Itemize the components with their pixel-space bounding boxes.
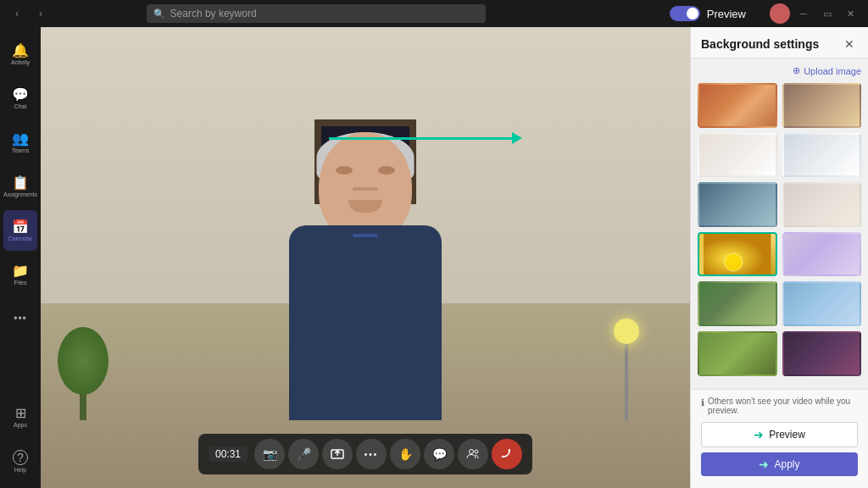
search-bar[interactable]: 🔍 Search by keyword: [147, 4, 486, 23]
video-person: [247, 132, 484, 420]
svg-point-2: [475, 450, 478, 453]
sidebar-item-assignments[interactable]: 📋 Assignments: [3, 166, 37, 207]
bg-thumb-10[interactable]: [782, 281, 862, 326]
upload-icon: ⊕: [793, 65, 800, 76]
info-icon: ℹ: [701, 397, 704, 408]
bg-thumb-6[interactable]: [782, 182, 862, 227]
sidebar-label-activity: Activity: [11, 59, 30, 65]
sidebar-item-files[interactable]: 📁 Files: [3, 254, 37, 295]
more-icon: •••: [364, 450, 379, 459]
preview-button[interactable]: ➜ Preview: [701, 422, 858, 447]
nav-back-button[interactable]: ‹: [7, 3, 27, 24]
chat-icon: 💬: [12, 88, 29, 102]
sidebar-label-chat: Chat: [14, 103, 27, 109]
sidebar-label-teams: Teams: [12, 147, 30, 153]
sidebar-bottom: ⊞ Apps ? Help: [3, 396, 37, 488]
mic-toggle-button[interactable]: 🎤: [288, 439, 319, 469]
bg-thumb-1[interactable]: [698, 83, 777, 128]
calendar-icon: 📅: [12, 220, 29, 234]
upload-row: ⊕ Upload image: [698, 65, 861, 76]
bg-thumb-5[interactable]: [698, 182, 777, 227]
participants-button[interactable]: [458, 439, 488, 469]
bg-thumb-3[interactable]: [698, 133, 777, 178]
sidebar-item-calendar[interactable]: 📅 Calendar: [3, 210, 37, 251]
bg-thumb-inner-4: [784, 135, 860, 176]
bg-thumb-svg-7: [699, 234, 776, 275]
main-content: 🔔 Activity 💬 Chat 👥 Teams 📋 Assignments …: [0, 27, 868, 488]
call-timer: 00:31: [209, 446, 248, 462]
sidebar-item-apps[interactable]: ⊞ Apps: [3, 396, 37, 437]
svg-point-4: [725, 253, 743, 271]
bg-thumb-11[interactable]: [698, 331, 777, 376]
upload-label: Upload image: [804, 66, 861, 76]
raise-hand-button[interactable]: ✋: [390, 439, 420, 469]
video-toggle-button[interactable]: 📷: [254, 439, 285, 469]
files-icon: 📁: [12, 264, 29, 278]
participants-icon: [466, 447, 480, 461]
share-icon: [331, 447, 344, 461]
nav-buttons: ‹ ›: [7, 3, 51, 24]
panel-footer: ℹ Others won't see your video while you …: [691, 389, 868, 488]
arrow-annotation: [329, 137, 515, 140]
end-call-button[interactable]: [492, 439, 522, 469]
bg-thumb-8[interactable]: [782, 232, 862, 277]
share-screen-button[interactable]: [322, 439, 353, 469]
sidebar-item-teams[interactable]: 👥 Teams: [3, 122, 37, 163]
apply-button[interactable]: ➜ Apply: [701, 452, 858, 476]
preview-button-label: Preview: [769, 429, 805, 441]
room-lamp: [614, 319, 639, 420]
help-icon: ?: [13, 450, 28, 465]
minimize-button[interactable]: ─: [793, 3, 814, 24]
nav-forward-button[interactable]: ›: [31, 3, 51, 24]
bg-thumb-9[interactable]: [698, 281, 777, 326]
end-call-icon: [499, 446, 515, 462]
close-window-button[interactable]: ✕: [841, 3, 861, 24]
activity-icon: 🔔: [12, 44, 29, 58]
background-grid: [698, 83, 861, 376]
preview-toggle-switch[interactable]: [670, 6, 700, 21]
panel-close-button[interactable]: ✕: [841, 36, 858, 53]
restore-button[interactable]: ▭: [817, 3, 837, 24]
window-controls: ─ ▭ ✕: [763, 3, 861, 24]
bg-thumb-inner-8: [784, 234, 860, 275]
sidebar-label-apps: Apps: [14, 422, 27, 428]
search-placeholder: Search by keyword: [170, 8, 257, 19]
panel-title: Background settings: [701, 37, 819, 51]
bg-thumb-inner-3: [699, 135, 776, 176]
background-settings-panel: Background settings ✕ ⊕ Upload image: [690, 27, 868, 488]
bg-thumb-inner-5: [699, 184, 776, 225]
sidebar-item-chat[interactable]: 💬 Chat: [3, 78, 37, 119]
preview-toggle-area: Preview: [670, 6, 746, 21]
preview-arrow-icon: ➜: [754, 428, 764, 441]
sidebar-label-help: Help: [14, 467, 26, 473]
apply-arrow-icon: ➜: [759, 458, 769, 471]
bg-thumb-12[interactable]: [782, 331, 862, 376]
upload-image-button[interactable]: ⊕ Upload image: [793, 65, 861, 76]
sidebar-item-help[interactable]: ? Help: [3, 441, 37, 481]
sidebar-item-activity[interactable]: 🔔 Activity: [3, 34, 37, 75]
bg-thumb-2[interactable]: [782, 83, 862, 128]
search-icon: 🔍: [153, 8, 165, 19]
chat-button[interactable]: 💬: [424, 439, 454, 469]
sidebar-label-files: Files: [14, 280, 27, 286]
bg-thumb-inner-1: [699, 85, 776, 126]
sidebar-label-calendar: Calendar: [8, 236, 32, 241]
more-options-button[interactable]: •••: [356, 439, 387, 469]
apps-icon: ⊞: [15, 407, 26, 420]
sidebar-item-more[interactable]: •••: [3, 298, 37, 339]
user-avatar[interactable]: [770, 3, 790, 24]
call-control-bar: 00:31 📷 🎤 ••• ✋ 💬: [198, 434, 532, 474]
sidebar: 🔔 Activity 💬 Chat 👥 Teams 📋 Assignments …: [0, 27, 41, 488]
person-body: [289, 225, 442, 420]
panel-body: ⊕ Upload image: [691, 58, 868, 389]
bg-thumb-inner-6: [784, 184, 860, 225]
bg-thumb-7[interactable]: [698, 232, 777, 277]
bg-thumb-4[interactable]: [782, 133, 862, 178]
teams-icon: 👥: [12, 132, 29, 146]
bg-thumb-inner-12: [784, 333, 860, 374]
bg-thumb-inner-7: [699, 234, 776, 275]
assignments-icon: 📋: [12, 176, 29, 190]
room-plant: [58, 319, 108, 420]
bg-thumb-inner-11: [699, 333, 776, 374]
bg-thumb-inner-9: [699, 283, 776, 324]
